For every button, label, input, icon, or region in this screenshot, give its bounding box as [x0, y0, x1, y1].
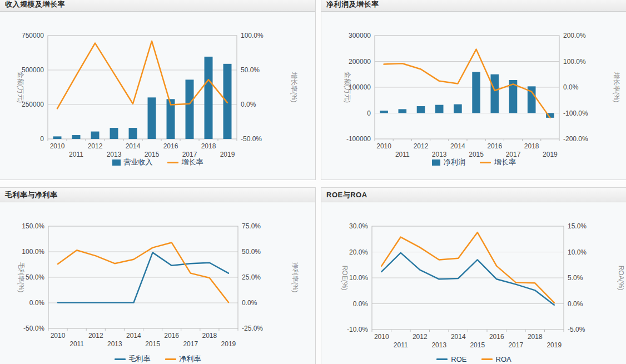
- panel-title-text: ROE与ROA: [326, 190, 367, 200]
- line-series[interactable]: [57, 41, 227, 109]
- bar-2013[interactable]: [110, 128, 118, 139]
- x-axis-label: 2011: [395, 151, 410, 158]
- right-axis-tick-label: 0.0%: [242, 299, 257, 307]
- left-axis-tick-label: 300000: [349, 32, 371, 39]
- bar-2013[interactable]: [435, 105, 444, 113]
- left-axis-tick-label: 0.0%: [29, 299, 45, 307]
- left-axis-tick-label: 750000: [22, 32, 44, 39]
- right-axis-tick-label: -200.0%: [563, 135, 588, 143]
- x-axis-label: 2011: [69, 151, 83, 158]
- line-series[interactable]: [381, 232, 554, 302]
- right-axis-tick-label: 10.0%: [568, 248, 587, 256]
- legend-item[interactable]: ROE: [436, 355, 466, 363]
- panel-margins: 毛利率与净利率 -50.0%0.0%50.0%100.0%150.0%-25.0…: [0, 187, 316, 364]
- right-axis-tick-label: -25.0%: [242, 325, 263, 332]
- bar-2017[interactable]: [186, 79, 194, 139]
- x-axis-label: 2014: [126, 332, 141, 340]
- left-axis-tick-label: 100.0%: [22, 248, 44, 256]
- right-axis-tick-label: 50.0%: [241, 66, 260, 74]
- panel-netprofit-growth: 净利润及增长率 -1000000100000200000300000-200.0…: [321, 0, 626, 180]
- legend-label: 毛利率: [129, 354, 151, 364]
- x-axis-label: 2016: [164, 332, 179, 340]
- x-axis-label: 2018: [524, 142, 539, 150]
- bar-2011[interactable]: [398, 109, 406, 113]
- panel-roe-roa: ROE与ROA -10.0%0.0%10.0%20.0%30.0%-5.0%0.…: [321, 187, 626, 364]
- bar-2010[interactable]: [53, 136, 62, 139]
- bar-2015[interactable]: [148, 97, 156, 139]
- bar-2019[interactable]: [223, 64, 232, 139]
- x-axis-label: 2019: [546, 341, 562, 349]
- bar-2012[interactable]: [91, 132, 100, 139]
- left-axis-tick-label: 0: [40, 135, 44, 143]
- legend-item[interactable]: 营业收入: [112, 157, 153, 167]
- x-axis-label: 2012: [88, 332, 103, 340]
- legend-item[interactable]: 毛利率: [115, 354, 151, 364]
- legend-item[interactable]: 增长率: [480, 157, 516, 167]
- chart-legend: 净利润增长率: [321, 158, 626, 167]
- legend-label: 增长率: [494, 157, 516, 167]
- right-axis-tick-label: 25.0%: [242, 273, 261, 281]
- revenue-growth-chart[interactable]: 0250000500000750000-50.0%0.0%50.0%100.0%…: [0, 12, 315, 180]
- legend-item[interactable]: 净利润: [432, 157, 465, 167]
- chart-legend: 营业收入增长率: [0, 158, 315, 167]
- x-axis-label: 2019: [221, 340, 236, 348]
- x-axis-label: 2018: [202, 332, 217, 340]
- right-axis-title: 增长率(%): [290, 72, 298, 103]
- bar-2015[interactable]: [472, 72, 480, 113]
- left-axis-tick-label: 20.0%: [349, 248, 368, 256]
- x-axis-label: 2018: [201, 142, 216, 150]
- legend-bar-marker: [112, 159, 121, 166]
- right-axis-tick-label: 15.0%: [568, 222, 587, 230]
- financial-dashboard: 收入规模及增长率 0250000500000750000-50.0%0.0%50…: [0, 0, 626, 364]
- left-axis-tick-label: 30.0%: [349, 222, 368, 230]
- legend-label: ROE: [451, 355, 466, 363]
- left-axis-tick-label: 0.0%: [353, 300, 369, 308]
- line-series[interactable]: [384, 49, 550, 118]
- bar-2018[interactable]: [205, 57, 213, 139]
- x-axis-label: 2019: [220, 151, 235, 158]
- bar-2010[interactable]: [380, 111, 388, 113]
- panel-title-text: 毛利率与净利率: [5, 190, 58, 200]
- left-axis-tick-label: 500000: [22, 66, 44, 74]
- right-axis-tick-label: 0.0%: [568, 300, 583, 308]
- bar-2014[interactable]: [454, 104, 462, 113]
- x-axis-label: 2011: [69, 340, 84, 348]
- right-axis-tick-label: 100.0%: [241, 32, 264, 39]
- left-axis-tick-label: 100000: [349, 83, 371, 91]
- x-axis-label: 2012: [88, 142, 103, 150]
- x-axis-label: 2013: [107, 340, 122, 348]
- legend-label: 增长率: [182, 157, 203, 167]
- x-axis-label: 2010: [51, 332, 66, 340]
- panel-title-text: 净利润及增长率: [326, 0, 379, 9]
- legend-line-marker: [480, 162, 491, 163]
- bar-2012[interactable]: [417, 106, 425, 113]
- legend-item[interactable]: 增长率: [167, 157, 203, 167]
- margins-chart[interactable]: -50.0%0.0%50.0%100.0%150.0%-25.0%0.0%25.…: [0, 202, 315, 364]
- line-series[interactable]: [381, 253, 554, 305]
- legend-item[interactable]: ROA: [481, 355, 511, 363]
- x-axis-label: 2012: [414, 142, 429, 150]
- legend-item[interactable]: 净利率: [165, 354, 201, 364]
- netprofit-growth-chart[interactable]: -1000000100000200000300000-200.0%-100.0%…: [321, 12, 626, 180]
- panel-title-revenue-growth: 收入规模及增长率: [0, 0, 315, 12]
- bar-2016[interactable]: [490, 74, 499, 113]
- roe-roa-chart[interactable]: -10.0%0.0%10.0%20.0%30.0%-5.0%0.0%5.0%10…: [321, 202, 626, 364]
- legend-line-marker: [481, 358, 493, 360]
- left-axis-tick-label: -50.0%: [23, 325, 44, 332]
- legend-label: 营业收入: [124, 157, 153, 167]
- right-axis-tick-label: 200.0%: [563, 32, 586, 39]
- panel-title-margins: 毛利率与净利率: [0, 188, 315, 202]
- x-axis-label: 2014: [126, 142, 141, 150]
- x-axis-label: 2015: [145, 340, 160, 348]
- right-axis-tick-label: 5.0%: [568, 274, 583, 282]
- x-axis-label: 2018: [528, 333, 543, 341]
- legend-line-marker: [165, 358, 176, 360]
- right-axis-tick-label: 75.0%: [242, 222, 261, 230]
- chart-legend: ROEROA: [321, 355, 626, 363]
- left-axis-tick-label: -10.0%: [347, 326, 368, 333]
- right-axis-tick-label: -5.0%: [568, 326, 585, 333]
- bar-2011[interactable]: [72, 135, 81, 139]
- bar-2014[interactable]: [129, 128, 137, 139]
- right-axis-title: 净利率(%): [291, 262, 299, 293]
- left-axis-tick-label: 0: [367, 109, 371, 117]
